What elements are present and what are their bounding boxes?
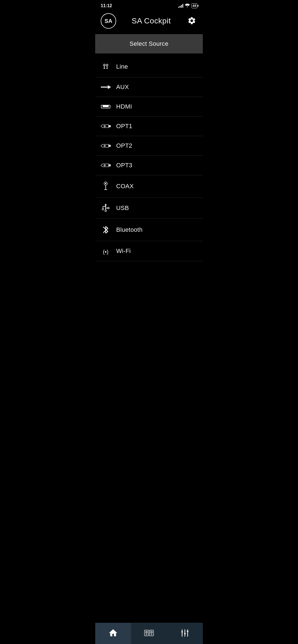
- svg-rect-8: [101, 87, 108, 88]
- optical-icon-opt3: [101, 163, 111, 168]
- source-label-aux: AUX: [116, 83, 129, 91]
- optical-icon-opt2: [101, 143, 111, 148]
- app-title: SA Cockpit: [132, 17, 171, 25]
- settings-button[interactable]: [186, 15, 197, 27]
- select-source-banner[interactable]: Select Source: [95, 34, 203, 53]
- svg-point-25: [105, 165, 105, 166]
- sa-logo: SA: [101, 13, 116, 29]
- svg-point-2: [104, 65, 105, 65]
- svg-rect-13: [103, 105, 109, 107]
- source-item-opt2[interactable]: OPT2: [95, 136, 203, 156]
- source-label-opt1: OPT1: [116, 123, 132, 130]
- source-item-bluetooth[interactable]: Bluetooth: [95, 219, 203, 241]
- signal-icon: [178, 4, 183, 8]
- source-label-bluetooth: Bluetooth: [116, 226, 143, 233]
- source-item-usb[interactable]: USB: [95, 198, 203, 219]
- wifi-source-icon: (•): [101, 247, 111, 255]
- coax-icon: [101, 181, 111, 191]
- source-label-usb: USB: [116, 204, 129, 212]
- source-item-line[interactable]: Line: [95, 56, 203, 77]
- battery-icon: 44: [191, 3, 197, 8]
- source-list: Line AUX HDMI: [95, 56, 203, 261]
- battery-level: 44: [193, 4, 196, 8]
- svg-point-21: [105, 145, 105, 146]
- svg-rect-15: [109, 125, 111, 127]
- source-label-coax: COAX: [116, 183, 134, 190]
- source-label-hdmi: HDMI: [116, 103, 132, 110]
- gear-icon: [187, 16, 196, 25]
- svg-marker-31: [105, 204, 107, 205]
- svg-text:(•): (•): [103, 249, 108, 255]
- source-item-opt1[interactable]: OPT1: [95, 117, 203, 136]
- svg-rect-23: [109, 164, 111, 166]
- status-bar: 11:12 44: [95, 0, 203, 10]
- svg-rect-34: [102, 209, 104, 210]
- svg-rect-19: [109, 145, 111, 147]
- source-item-coax[interactable]: COAX: [95, 175, 203, 198]
- app-header: SA SA Cockpit: [95, 10, 203, 34]
- source-label-line: Line: [116, 63, 128, 70]
- source-item-aux[interactable]: AUX: [95, 77, 203, 97]
- status-icons: 44: [178, 3, 197, 8]
- svg-point-27: [105, 183, 107, 184]
- source-item-hdmi[interactable]: HDMI: [95, 97, 203, 117]
- line-icon: [101, 62, 111, 71]
- source-label-opt3: OPT3: [116, 162, 132, 169]
- wifi-status-icon: [185, 4, 190, 8]
- svg-point-5: [107, 65, 107, 65]
- svg-rect-9: [108, 86, 109, 89]
- source-label-wifi: Wi-Fi: [116, 247, 131, 255]
- bluetooth-icon: [101, 225, 111, 235]
- svg-point-17: [105, 126, 105, 126]
- optical-icon-opt1: [101, 124, 111, 129]
- usb-icon: [101, 204, 111, 212]
- hdmi-icon: [101, 104, 111, 109]
- source-label-opt2: OPT2: [116, 142, 132, 149]
- aux-icon: [101, 85, 111, 89]
- source-item-opt3[interactable]: OPT3: [95, 156, 203, 175]
- status-time: 11:12: [101, 3, 112, 8]
- source-item-wifi[interactable]: (•) Wi-Fi: [95, 241, 203, 261]
